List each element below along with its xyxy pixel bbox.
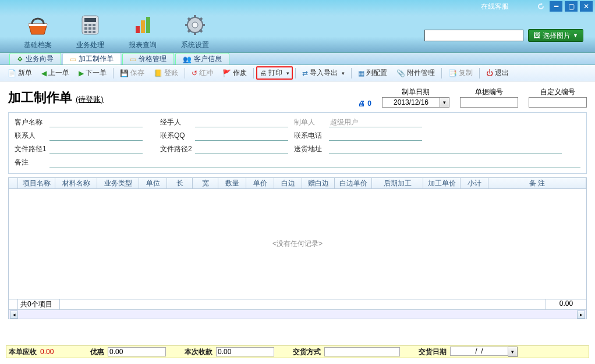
pay-input[interactable] [216,347,274,356]
method-input[interactable] [324,347,400,356]
scroll-right-button[interactable]: ▸ [577,311,585,319]
column-config-button[interactable]: ▦列配置 [354,66,391,80]
contact-label: 联系人 [15,131,49,141]
close-button[interactable]: ✕ [580,1,593,12]
svg-rect-11 [136,26,140,33]
new-button[interactable]: 📄新单 [3,66,36,80]
grid-body[interactable]: <没有任何记录> [8,189,587,299]
svg-rect-12 [141,20,145,33]
col-width[interactable]: 宽 [193,178,218,188]
phone-label: 联系电话 [294,131,329,141]
path2-label: 文件路径2 [160,144,195,154]
qq-label: 联系QQ [160,131,195,141]
col-whiteprice[interactable]: 白边单价 [335,178,372,188]
date-input[interactable] [382,97,440,108]
handler-label: 经手人 [160,117,195,127]
path1-input[interactable] [49,145,143,154]
main-settings-button[interactable]: 系统设置 [169,9,221,50]
col-subtotal[interactable]: 小计 [461,178,488,188]
status-link[interactable]: (待登账) [76,94,104,105]
minimize-button[interactable]: ━ [550,1,562,12]
date-dropdown-button[interactable]: ▾ [440,97,449,108]
chevron-down-icon: ▾ [286,70,289,76]
col-postprocess[interactable]: 后期加工 [372,178,423,188]
customno-input[interactable] [529,97,587,108]
col-white[interactable]: 白边 [274,178,302,188]
post-icon: 📒 [154,69,162,77]
main-report-button[interactable]: 报表查询 [116,9,169,50]
svg-rect-4 [93,24,95,26]
refresh-icon[interactable] [534,1,547,12]
reverse-button[interactable]: ↺红冲 [187,66,217,80]
addr-label: 送货地址 [294,144,329,154]
prev-button[interactable]: ◀上一单 [37,66,73,80]
save-icon: 💾 [120,69,129,77]
remark-input[interactable] [49,158,580,167]
users-icon: 👥 [183,55,192,63]
col-length[interactable]: 长 [167,178,193,188]
printer-small-icon: 🖨 [358,99,365,108]
copy-button[interactable]: 📑复制 [444,66,477,80]
print-button[interactable]: 🖨打印▾ [256,66,293,80]
grid-footer: 共0个项目 0.00 [8,299,587,310]
horizontal-scrollbar[interactable]: ◂ ▸ [8,310,587,319]
next-button[interactable]: ▶下一单 [75,66,111,80]
select-image-label: 选择图片 [543,31,571,41]
online-service-link[interactable]: 在线客服 [481,2,509,12]
transfer-icon: ⇄ [302,69,308,77]
maximize-button[interactable]: ▢ [565,1,578,12]
svg-line-22 [200,18,202,20]
tab-wizard[interactable]: ❖业务向导 [9,53,61,65]
save-button[interactable]: 💾保存 [116,66,148,80]
col-project[interactable]: 项目名称 [18,178,55,188]
deliver-date-input[interactable] [450,347,508,356]
path2-input[interactable] [195,145,288,154]
phone-input[interactable] [329,131,422,141]
tab-customer-info[interactable]: 👥客户信息 [175,53,229,65]
customer-input[interactable] [49,118,143,127]
col-qty[interactable]: 数量 [218,178,246,188]
exit-button[interactable]: ⏻退出 [482,66,513,80]
gear-icon [181,11,209,39]
svg-rect-7 [93,27,95,30]
col-givewhite[interactable]: 赠白边 [302,178,335,188]
main-settings-label: 系统设置 [169,40,221,50]
method-label: 交货方式 [293,347,321,357]
attachment-button[interactable]: 📎附件管理 [392,66,439,80]
form-area: 客户名称 经手人 制单人 联系人 联系QQ 联系电话 文件路径1 文件路径2 送… [8,112,587,174]
col-unit[interactable]: 单位 [139,178,167,188]
select-image-button[interactable]: 🖼 选择图片 ▼ [528,29,583,42]
handler-input[interactable] [195,118,288,127]
col-remark[interactable]: 备 注 [488,178,586,188]
image-icon: 🖼 [533,31,540,40]
deliver-date-dropdown-button[interactable]: ▾ [508,347,518,357]
tab-process-order[interactable]: ▭加工制作单 [62,53,121,65]
main-basic-archive-button[interactable]: 基础档案 [12,9,64,50]
document-icon: ▭ [130,55,136,63]
tab-price-manage[interactable]: ▭价格管理 [122,53,174,65]
contact-input[interactable] [49,131,143,141]
main-report-label: 报表查询 [116,40,169,50]
col-price[interactable]: 单价 [246,178,274,188]
arrow-left-icon: ◀ [41,69,47,77]
search-input[interactable] [424,30,523,41]
svg-rect-3 [88,24,91,26]
void-button[interactable]: 🚩作废 [218,66,251,80]
svg-rect-8 [84,31,87,33]
arrow-right-icon: ▶ [79,69,84,77]
import-export-button[interactable]: ⇄导入导出▾ [298,66,349,80]
main-business-button[interactable]: 业务处理 [64,9,116,50]
discount-input[interactable] [108,347,166,356]
col-material[interactable]: 材料名称 [55,178,97,188]
col-biztype[interactable]: 业务类型 [97,178,139,188]
scroll-left-button[interactable]: ◂ [10,311,18,319]
maker-label: 制单人 [294,117,329,127]
copy-icon: 📑 [448,69,457,77]
post-button[interactable]: 📒登账 [150,66,182,80]
addr-input[interactable] [329,145,562,154]
printer-icon: 🖨 [260,69,267,77]
qq-input[interactable] [195,131,288,141]
docno-input[interactable] [460,97,518,108]
void-icon: 🚩 [222,69,231,77]
col-processprice[interactable]: 加工单价 [423,178,461,188]
